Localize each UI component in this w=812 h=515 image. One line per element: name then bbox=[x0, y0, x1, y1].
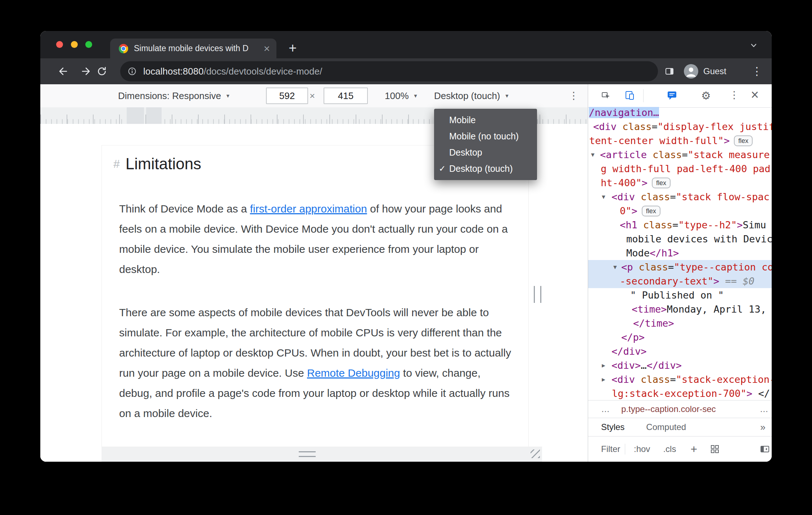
breadcrumb-overflow-right[interactable]: … bbox=[760, 404, 768, 414]
new-style-rule-button[interactable]: + bbox=[690, 443, 697, 455]
console-messages-icon[interactable] bbox=[666, 89, 678, 102]
dimensions-label: Dimensions: Responsive bbox=[118, 90, 221, 102]
browser-toolbar: localhost:8080/docs/devtools/device-mode… bbox=[40, 58, 772, 84]
dom-tree-line[interactable]: <div class="display-flex justif bbox=[588, 120, 772, 134]
menu-item-desktop[interactable]: Desktop bbox=[434, 144, 537, 161]
menu-item-mobile-no-touch[interactable]: Mobile (no touch) bbox=[434, 128, 537, 144]
expand-arrow-icon[interactable]: ▶ bbox=[602, 358, 605, 372]
devtools-menu-icon[interactable]: ⋮ bbox=[729, 89, 739, 101]
dom-tree-line[interactable]: ▼<article class="stack measure bbox=[588, 148, 772, 162]
device-type-menu: MobileMobile (no touch)Desktop✓Desktop (… bbox=[434, 109, 537, 180]
dom-tree-line[interactable]: " Published on " bbox=[588, 288, 772, 302]
dom-tree-line[interactable]: <h1 class="type--h2">Simu bbox=[588, 218, 772, 232]
doc-link[interactable]: first-order approximation bbox=[250, 203, 367, 215]
code-token: > bbox=[746, 388, 752, 399]
viewport-resize-handle-right[interactable] bbox=[534, 286, 541, 303]
forward-button[interactable] bbox=[80, 65, 92, 77]
zoom-window-button[interactable] bbox=[85, 41, 92, 48]
collapse-arrow-icon[interactable]: ▼ bbox=[602, 190, 605, 204]
sidebar-toggle-icon[interactable] bbox=[759, 443, 771, 455]
layout-grid-icon[interactable] bbox=[709, 444, 720, 454]
styles-filter-input[interactable]: Filter bbox=[601, 444, 621, 454]
breadcrumb-selected-node[interactable]: p.type--caption.color-sec bbox=[621, 404, 716, 414]
dom-tree-line[interactable]: </time> bbox=[588, 316, 772, 330]
menu-item-mobile[interactable]: Mobile bbox=[434, 112, 537, 128]
dom-tree-line[interactable]: 0">flex bbox=[588, 204, 772, 218]
ruler-segment bbox=[127, 107, 144, 124]
devtools-close-icon[interactable]: × bbox=[751, 87, 759, 103]
document-page: # Limitations Think of Device Mode as a … bbox=[102, 145, 529, 447]
code-token: Monday, April 13, bbox=[667, 304, 766, 315]
viewport-height-input[interactable] bbox=[324, 88, 368, 104]
code-token: class bbox=[643, 219, 672, 230]
code-token: /navigation… bbox=[589, 107, 659, 118]
dimensions-select[interactable]: Dimensions: Responsive ▼ bbox=[118, 84, 230, 107]
code-token: <div> bbox=[612, 360, 641, 371]
code-token: = bbox=[670, 191, 676, 202]
viewport-resize-handle-corner[interactable] bbox=[531, 449, 540, 458]
tab-styles[interactable]: Styles bbox=[601, 422, 624, 432]
minimize-window-button[interactable] bbox=[71, 41, 78, 48]
address-bar[interactable]: localhost:8080/docs/devtools/device-mode… bbox=[120, 61, 658, 81]
code-token: g width-full pad-left-400 pad bbox=[601, 163, 770, 174]
dom-tree-line[interactable]: tent-center width-full">flex bbox=[588, 134, 772, 148]
doc-link[interactable]: Remote Debugging bbox=[307, 367, 400, 379]
side-panel-button[interactable] bbox=[664, 66, 675, 77]
collapse-arrow-icon[interactable]: ▼ bbox=[613, 260, 617, 274]
inspect-element-icon[interactable] bbox=[600, 90, 612, 101]
code-token: <h1 bbox=[620, 219, 643, 230]
device-toolbar-menu-button[interactable]: ⋮ bbox=[569, 89, 579, 103]
profile-name[interactable]: Guest bbox=[703, 66, 726, 76]
dom-tree-line[interactable]: ▼<div class="stack flow-spac bbox=[588, 190, 772, 204]
new-tab-button[interactable]: + bbox=[289, 40, 297, 56]
dom-tree-line[interactable]: lg:stack-exception-700"> </ bbox=[588, 386, 772, 400]
collapse-arrow-icon[interactable]: ▼ bbox=[591, 148, 595, 162]
dom-tree-line[interactable]: ▶<div class="stack-exception- bbox=[588, 372, 772, 386]
dom-tree-line[interactable]: </div> bbox=[588, 344, 772, 358]
tab-title: Simulate mobile devices with D bbox=[134, 44, 260, 53]
dom-tree-line[interactable]: mobile devices with Device bbox=[588, 232, 772, 246]
code-token: </div> bbox=[612, 346, 647, 357]
zoom-value: 100% bbox=[385, 90, 409, 102]
settings-gear-icon[interactable]: ⚙ bbox=[701, 89, 711, 102]
code-token: Simu bbox=[743, 219, 766, 230]
dom-tree-line[interactable]: </p> bbox=[588, 330, 772, 344]
dom-tree-line[interactable]: Mode</h1> bbox=[588, 246, 772, 260]
code-token: class bbox=[653, 149, 682, 160]
code-token: class bbox=[639, 261, 668, 273]
flex-badge[interactable]: flex bbox=[734, 135, 753, 146]
back-button[interactable] bbox=[57, 65, 69, 77]
browser-tab[interactable]: Simulate mobile devices with D × bbox=[110, 39, 276, 58]
dom-tree-line[interactable]: ▶<div>…</div> bbox=[588, 358, 772, 372]
flex-badge[interactable]: flex bbox=[652, 178, 671, 188]
viewport-resize-handle-bottom[interactable] bbox=[299, 451, 316, 457]
toggle-element-state-button[interactable]: :hov bbox=[634, 444, 650, 454]
device-toolbar-toggle-icon[interactable] bbox=[624, 90, 636, 101]
heading-anchor[interactable]: # bbox=[113, 157, 120, 171]
element-classes-button[interactable]: .cls bbox=[663, 444, 676, 454]
tab-close-icon[interactable]: × bbox=[263, 43, 270, 54]
breadcrumb: … p.type--caption.color-sec … bbox=[588, 400, 772, 418]
tab-computed[interactable]: Computed bbox=[646, 422, 686, 432]
dom-tree-line[interactable]: g width-full pad-left-400 pad bbox=[588, 162, 772, 176]
expand-arrow-icon[interactable]: ▶ bbox=[602, 372, 605, 386]
dom-tree-line[interactable]: /navigation… bbox=[588, 106, 772, 120]
close-window-button[interactable] bbox=[56, 41, 63, 48]
menu-item-desktop-touch[interactable]: ✓Desktop (touch) bbox=[434, 161, 537, 177]
flex-badge[interactable]: flex bbox=[642, 206, 660, 216]
zoom-select[interactable]: 100% ▼ bbox=[385, 84, 418, 107]
site-info-icon[interactable] bbox=[127, 66, 137, 77]
viewport-width-input[interactable] bbox=[266, 88, 308, 104]
code-token: </h1> bbox=[650, 247, 679, 259]
device-type-select[interactable]: Desktop (touch) ▼ bbox=[434, 84, 509, 107]
dom-tree-line[interactable]: <time>Monday, April 13, bbox=[588, 302, 772, 316]
dom-tree-line[interactable]: ▼<p class="type--caption co bbox=[588, 260, 772, 274]
breadcrumb-overflow-left[interactable]: … bbox=[601, 404, 610, 414]
tab-search-chevron-icon[interactable] bbox=[749, 40, 759, 50]
more-tabs-chevron-icon[interactable]: » bbox=[760, 422, 765, 433]
browser-menu-button[interactable]: ⋮ bbox=[752, 64, 762, 78]
dom-tree-line[interactable]: ht-400">flex bbox=[588, 176, 772, 190]
profile-avatar[interactable] bbox=[684, 64, 698, 79]
dom-tree-line[interactable]: -secondary-text"> == $0 bbox=[588, 274, 772, 288]
reload-button[interactable] bbox=[96, 65, 108, 77]
